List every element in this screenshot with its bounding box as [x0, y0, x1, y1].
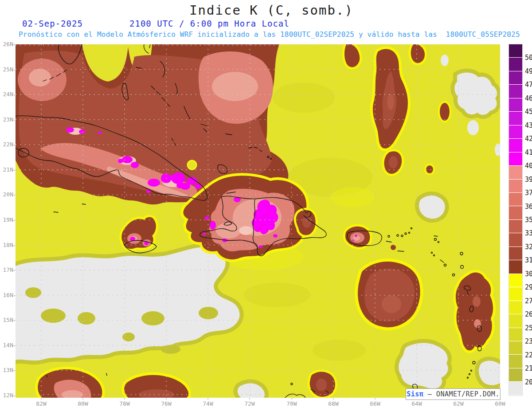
- lon-label: 76W: [157, 400, 175, 407]
- colorbar-label: 30: [525, 270, 532, 278]
- colorbar-label: 42.6: [525, 135, 532, 143]
- badge-org-label: – ONAMET/REP.DOM.: [423, 390, 500, 398]
- colorbar-label: 50: [525, 54, 532, 62]
- lon-label: 82W: [32, 400, 50, 407]
- colorbar-label: 25.2: [525, 324, 532, 332]
- lon-label: 66W: [366, 400, 384, 407]
- colorbar-segment: [509, 166, 522, 179]
- colorbar-segment: [509, 139, 522, 152]
- lon-label: 70W: [283, 400, 301, 407]
- lon-label: 60W: [491, 400, 509, 407]
- colorbar-label: 49.1: [525, 67, 532, 75]
- colorbar-segment: [509, 58, 522, 70]
- colorbar-segment: [509, 71, 522, 84]
- colorbar-segment: [509, 247, 522, 260]
- colorbar-segment: [509, 314, 522, 327]
- lon-label: 72W: [241, 400, 258, 407]
- lon-label: 80W: [74, 400, 92, 407]
- colorbar-segment: [509, 98, 522, 111]
- colorbar-segment: [509, 125, 522, 138]
- colorbar-label: 46.5: [525, 94, 532, 102]
- colorbar-label: 41.3: [525, 149, 532, 157]
- colorbar-segment: [509, 233, 522, 246]
- lon-label: 68W: [325, 400, 342, 407]
- lon-label: 74W: [199, 400, 217, 407]
- colorbar-label: 45.2: [525, 108, 532, 116]
- colorbar-segment: [509, 382, 522, 395]
- colorbar-label: 27.8: [525, 297, 532, 305]
- lon-label: 62W: [450, 400, 467, 407]
- colorbar-label: 23.9: [525, 337, 532, 345]
- kindex-region-lesser-antilles: [456, 272, 493, 350]
- colorbar-label: 22.6: [525, 351, 532, 359]
- colorbar-label: 37.8: [525, 189, 532, 197]
- colorbar-label: 35.2: [525, 216, 532, 224]
- weather-map: [16, 44, 500, 398]
- colorbar-label: 47.8: [525, 81, 532, 89]
- colorbar-segment: [509, 180, 522, 192]
- colorbar-label: 29.1: [525, 283, 532, 291]
- colorbar-label: 32.6: [525, 243, 532, 251]
- colorbar-label: 40: [525, 162, 532, 170]
- colorbar-segment: [509, 355, 522, 368]
- colorbar-segment: [509, 193, 522, 206]
- colorbar-label: 20: [525, 378, 532, 386]
- colorbar-segment: [509, 328, 522, 341]
- colorbar-label: 26.5: [525, 310, 532, 318]
- sispi-logo: Sisπ: [407, 390, 423, 398]
- colorbar-segment: [509, 206, 522, 219]
- colorbar-segment: [509, 287, 522, 300]
- colorbar-label: 21.3: [525, 364, 532, 372]
- colorbar-label: 36.5: [525, 203, 532, 211]
- colorbar-segments: [509, 44, 522, 395]
- colorbar-labels: 5049.147.846.545.243.942.641.34039.137.8…: [525, 44, 532, 395]
- colorbar-segment: [509, 153, 522, 165]
- colorbar-segment: [509, 368, 522, 381]
- sispi-badge: Sisπ – ONAMET/REP.DOM.: [406, 388, 501, 400]
- colorbar-segment: [509, 301, 522, 314]
- colorbar-label: 33.9: [525, 229, 532, 237]
- colorbar-segment: [509, 112, 522, 125]
- colorbar-segment: [509, 85, 522, 98]
- colorbar-label: 43.9: [525, 121, 532, 129]
- colorbar-label: 31.3: [525, 256, 532, 264]
- lon-label: 64W: [408, 400, 426, 407]
- kindex-contour-map: [16, 44, 500, 398]
- colorbar-segment: [509, 341, 522, 354]
- colorbar-segment: [509, 260, 522, 273]
- colorbar: [509, 44, 522, 395]
- weather-map-page: Indice K (C, somb.) 02-Sep-2025 2100 UTC…: [0, 0, 532, 411]
- colorbar-label: 39.1: [525, 176, 532, 184]
- colorbar-segment: [509, 274, 522, 287]
- colorbar-segment: [509, 220, 522, 233]
- colorbar-segment: [509, 44, 522, 57]
- lon-label: 78W: [116, 400, 133, 407]
